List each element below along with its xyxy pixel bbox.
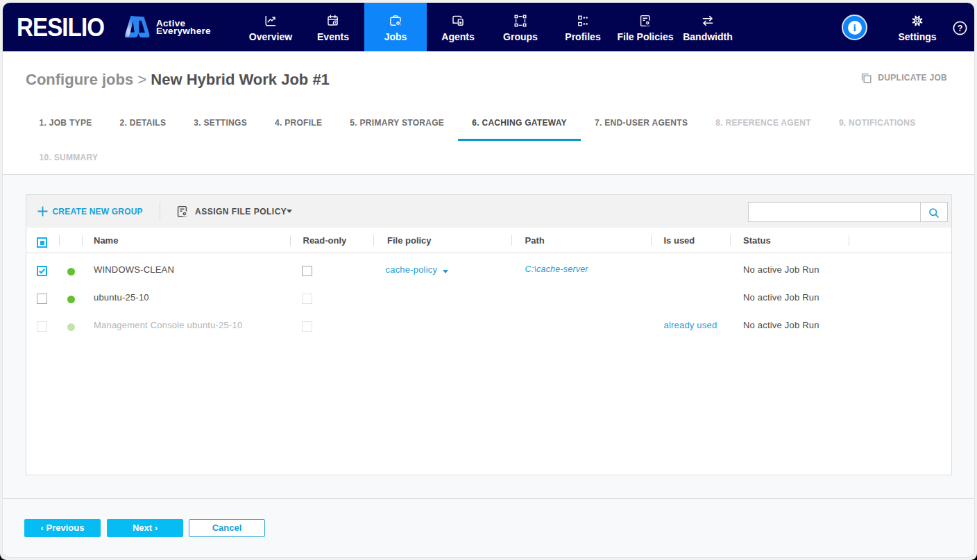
svg-text:?: ?	[958, 24, 963, 33]
